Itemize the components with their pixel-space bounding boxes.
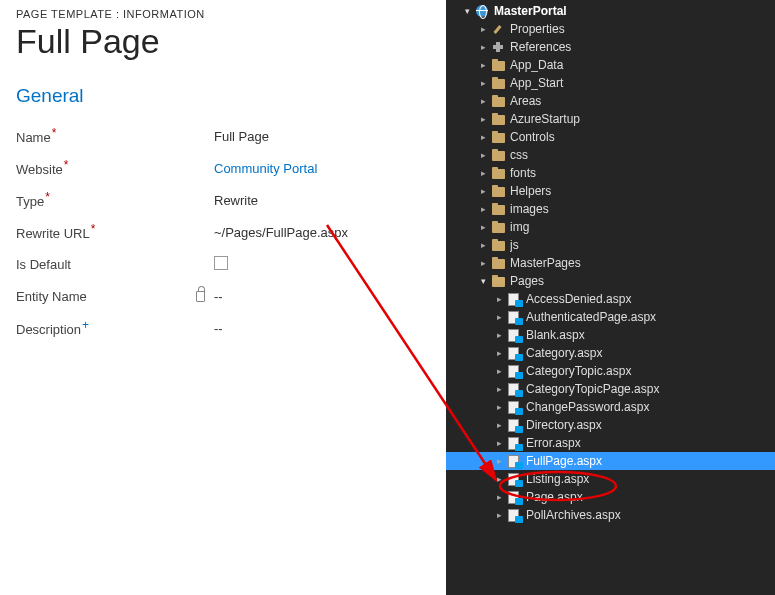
value-name[interactable]: Full Page: [214, 129, 429, 144]
chevron-right-icon[interactable]: ▸: [478, 205, 488, 214]
tree-label: images: [510, 202, 771, 216]
value-rewrite-url[interactable]: ~/Pages/FullPage.aspx: [214, 225, 429, 240]
chevron-right-icon[interactable]: ▸: [494, 349, 504, 358]
file-listing-aspx[interactable]: ▸Listing.aspx: [446, 470, 775, 488]
value-entity-name: --: [214, 289, 429, 304]
folder-fonts[interactable]: ▸fonts: [446, 164, 775, 182]
file-fullpage-aspx[interactable]: ▸FullPage.aspx: [446, 452, 775, 470]
aspx-file-icon: [506, 472, 522, 486]
chevron-right-icon[interactable]: ▸: [478, 151, 488, 160]
chevron-right-icon[interactable]: ▸: [494, 439, 504, 448]
info-panel: PAGE TEMPLATE : INFORMATION Full Page Ge…: [0, 0, 445, 357]
chevron-right-icon[interactable]: ▸: [494, 403, 504, 412]
aspx-file-icon: [506, 328, 522, 342]
label-entity-name: Entity Name: [16, 289, 196, 304]
folder-css[interactable]: ▸css: [446, 146, 775, 164]
folder-masterpages[interactable]: ▸MasterPages: [446, 254, 775, 272]
chevron-right-icon[interactable]: ▸: [494, 385, 504, 394]
chevron-right-icon[interactable]: ▸: [494, 295, 504, 304]
chevron-right-icon[interactable]: ▸: [494, 331, 504, 340]
chevron-right-icon[interactable]: ▸: [478, 79, 488, 88]
tree-label: fonts: [510, 166, 771, 180]
chevron-right-icon[interactable]: ▸: [494, 511, 504, 520]
tree-label: MasterPortal: [494, 4, 771, 18]
aspx-file-icon: [506, 382, 522, 396]
folder-pages[interactable]: ▾Pages: [446, 272, 775, 290]
file-blank-aspx[interactable]: ▸Blank.aspx: [446, 326, 775, 344]
folder-icon: [490, 148, 506, 162]
file-directory-aspx[interactable]: ▸Directory.aspx: [446, 416, 775, 434]
chevron-right-icon[interactable]: ▸: [494, 313, 504, 322]
tree-label: AccessDenied.aspx: [526, 292, 771, 306]
chevron-right-icon[interactable]: ▸: [478, 133, 488, 142]
references-node[interactable]: ▸References: [446, 38, 775, 56]
chevron-right-icon[interactable]: ▸: [478, 97, 488, 106]
value-website[interactable]: Community Portal: [214, 161, 429, 176]
chevron-right-icon[interactable]: ▸: [478, 61, 488, 70]
aspx-file-icon: [506, 292, 522, 306]
file-accessdenied-aspx[interactable]: ▸AccessDenied.aspx: [446, 290, 775, 308]
chevron-right-icon[interactable]: ▸: [494, 421, 504, 430]
folder-areas[interactable]: ▸Areas: [446, 92, 775, 110]
aspx-file-icon: [506, 436, 522, 450]
chevron-down-icon[interactable]: ▾: [478, 277, 488, 286]
chevron-right-icon[interactable]: ▸: [478, 223, 488, 232]
chevron-right-icon[interactable]: ▸: [494, 367, 504, 376]
folder-icon: [490, 256, 506, 270]
chevron-right-icon[interactable]: ▸: [478, 187, 488, 196]
chevron-right-icon[interactable]: ▸: [494, 475, 504, 484]
tree-label: css: [510, 148, 771, 162]
label-is-default: Is Default: [16, 257, 196, 272]
folder-icon: [490, 202, 506, 216]
tree-label: CategoryTopic.aspx: [526, 364, 771, 378]
chevron-down-icon[interactable]: ▾: [462, 7, 472, 16]
chevron-right-icon[interactable]: ▸: [494, 457, 504, 466]
chevron-right-icon[interactable]: ▸: [478, 25, 488, 34]
tree-label: References: [510, 40, 771, 54]
folder-img[interactable]: ▸img: [446, 218, 775, 236]
tree-label: MasterPages: [510, 256, 771, 270]
tree-label: App_Data: [510, 58, 771, 72]
value-description[interactable]: --: [214, 321, 429, 336]
tree-label: Controls: [510, 130, 771, 144]
tree-label: Category.aspx: [526, 346, 771, 360]
folder-helpers[interactable]: ▸Helpers: [446, 182, 775, 200]
label-name: Name*: [16, 126, 196, 145]
label-rewrite-url: Rewrite URL*: [16, 222, 196, 241]
label-website: Website*: [16, 158, 196, 177]
chevron-right-icon[interactable]: ▸: [478, 43, 488, 52]
folder-icon: [490, 76, 506, 90]
chevron-right-icon[interactable]: ▸: [494, 493, 504, 502]
aspx-file-icon: [506, 400, 522, 414]
folder-icon: [490, 130, 506, 144]
tree-label: Blank.aspx: [526, 328, 771, 342]
folder-app_start[interactable]: ▸App_Start: [446, 74, 775, 92]
file-pollarchives-aspx[interactable]: ▸PollArchives.aspx: [446, 506, 775, 524]
value-type[interactable]: Rewrite: [214, 193, 429, 208]
chevron-right-icon[interactable]: ▸: [478, 259, 488, 268]
chevron-right-icon[interactable]: ▸: [478, 169, 488, 178]
properties-node[interactable]: ▸Properties: [446, 20, 775, 38]
file-error-aspx[interactable]: ▸Error.aspx: [446, 434, 775, 452]
file-categorytopic-aspx[interactable]: ▸CategoryTopic.aspx: [446, 362, 775, 380]
tree-label: Listing.aspx: [526, 472, 771, 486]
file-authenticatedpage-aspx[interactable]: ▸AuthenticatedPage.aspx: [446, 308, 775, 326]
solution-explorer[interactable]: ▾MasterPortal▸Properties▸References▸App_…: [446, 0, 775, 595]
folder-images[interactable]: ▸images: [446, 200, 775, 218]
folder-app_data[interactable]: ▸App_Data: [446, 56, 775, 74]
folder-js[interactable]: ▸js: [446, 236, 775, 254]
chevron-right-icon[interactable]: ▸: [478, 241, 488, 250]
file-categorytopicpage-aspx[interactable]: ▸CategoryTopicPage.aspx: [446, 380, 775, 398]
tree-label: FullPage.aspx: [526, 454, 771, 468]
folder-controls[interactable]: ▸Controls: [446, 128, 775, 146]
tree-label: Pages: [510, 274, 771, 288]
folder-azurestartup[interactable]: ▸AzureStartup: [446, 110, 775, 128]
file-changepassword-aspx[interactable]: ▸ChangePassword.aspx: [446, 398, 775, 416]
tree-label: CategoryTopicPage.aspx: [526, 382, 771, 396]
folder-icon: [490, 94, 506, 108]
project-node[interactable]: ▾MasterPortal: [446, 2, 775, 20]
file-page-aspx[interactable]: ▸Page.aspx: [446, 488, 775, 506]
checkbox-is-default[interactable]: [214, 256, 228, 270]
chevron-right-icon[interactable]: ▸: [478, 115, 488, 124]
file-category-aspx[interactable]: ▸Category.aspx: [446, 344, 775, 362]
